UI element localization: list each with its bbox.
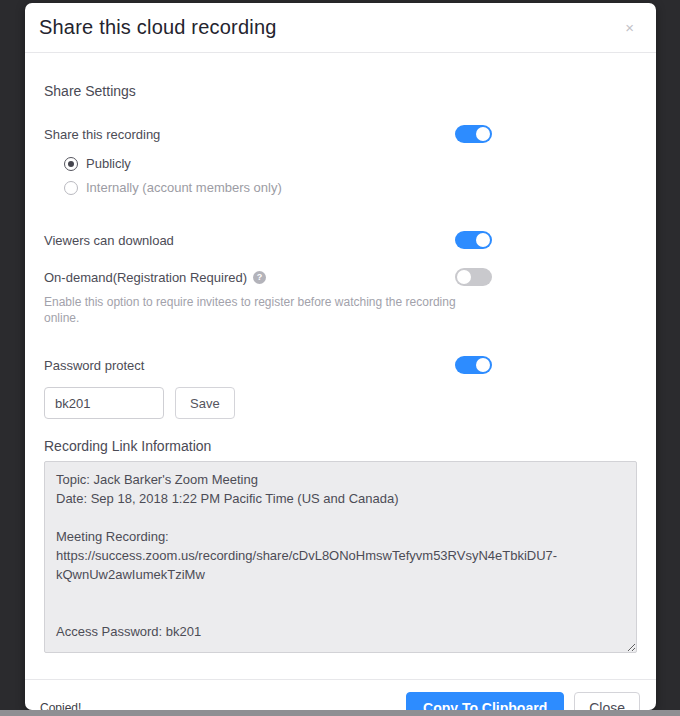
radio-publicly-circle[interactable] (64, 157, 78, 171)
viewers-download-label: Viewers can download (44, 233, 174, 248)
on-demand-label-wrap: On-demand(Registration Required) ? (44, 270, 266, 285)
dialog-header: Share this cloud recording × (25, 3, 656, 53)
save-button[interactable]: Save (175, 387, 235, 419)
radio-publicly[interactable]: Publicly (64, 156, 637, 171)
on-demand-description: Enable this option to require invitees t… (44, 294, 482, 326)
radio-internally-label: Internally (account members only) (86, 180, 282, 195)
bottom-strip (0, 710, 680, 716)
radio-internally[interactable]: Internally (account members only) (64, 180, 637, 195)
viewers-download-toggle[interactable] (455, 231, 492, 249)
password-input-row: Save (44, 387, 637, 419)
password-input[interactable] (44, 387, 164, 419)
visibility-radio-group: Publicly Internally (account members onl… (44, 156, 637, 195)
close-icon[interactable]: × (621, 16, 638, 39)
recording-link-heading: Recording Link Information (44, 438, 637, 454)
share-recording-dialog: Share this cloud recording × Share Setti… (25, 3, 656, 710)
radio-internally-circle[interactable] (64, 181, 78, 195)
help-icon[interactable]: ? (253, 271, 266, 284)
on-demand-label: On-demand(Registration Required) (44, 270, 247, 285)
password-protect-row: Password protect (44, 356, 492, 374)
password-protect-label: Password protect (44, 358, 144, 373)
dialog-body: Share Settings Share this recording Publ… (25, 53, 656, 657)
radio-publicly-label: Publicly (86, 156, 131, 171)
dialog-title: Share this cloud recording (39, 16, 277, 39)
recording-link-textarea[interactable]: Topic: Jack Barker's Zoom Meeting Date: … (44, 461, 637, 653)
on-demand-toggle[interactable] (455, 268, 492, 286)
share-recording-label: Share this recording (44, 127, 160, 142)
on-demand-row: On-demand(Registration Required) ? (44, 268, 492, 286)
password-protect-toggle[interactable] (455, 356, 492, 374)
share-recording-toggle[interactable] (455, 125, 492, 143)
share-settings-heading: Share Settings (44, 83, 637, 99)
viewers-download-row: Viewers can download (44, 231, 492, 249)
share-recording-row: Share this recording (44, 125, 492, 143)
